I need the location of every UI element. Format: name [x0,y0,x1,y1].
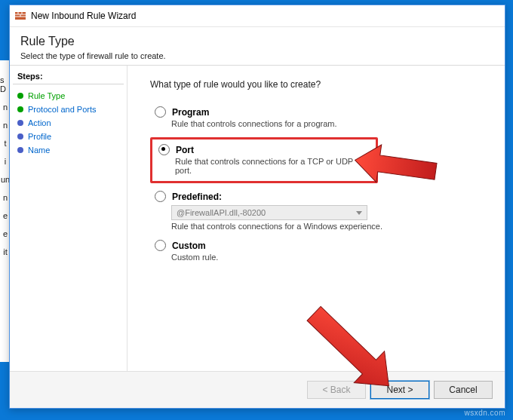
titlebar[interactable]: New Inbound Rule Wizard [10,5,505,27]
step-bullet-icon [17,93,23,99]
step-rule-type[interactable]: Rule Type [13,89,124,103]
steps-heading: Steps: [13,72,124,84]
steps-pane: Steps: Rule Type Protocol and Ports Acti… [10,66,127,371]
radio-program[interactable] [155,106,166,118]
next-button[interactable]: Next > [370,381,429,399]
option-program-desc: Rule that controls connections for a pro… [171,119,482,128]
content-pane: What type of rule would you like to crea… [127,66,505,371]
page-title: Rule Type [20,35,494,48]
option-custom-label: Custom [172,241,206,251]
step-label: Name [28,146,50,155]
wizard-window: New Inbound Rule Wizard Rule Type Select… [9,5,505,409]
option-custom: Custom Custom rule. [155,240,482,262]
option-port-label: Port [176,145,194,155]
step-name[interactable]: Name [13,143,124,157]
page-subtitle: Select the type of firewall rule to crea… [20,51,494,60]
window-title: New Inbound Rule Wizard [31,11,136,21]
step-label: Action [28,118,51,127]
desktop-background: s D n n t i un n e e it New Inbound Rule… [0,0,513,420]
spacer [150,271,482,363]
step-bullet-icon [17,133,23,139]
option-program-row[interactable]: Program [155,106,482,118]
firewall-icon [14,10,26,22]
option-program: Program Rule that controls connections f… [155,106,482,128]
step-bullet-icon [17,147,23,153]
step-label: Profile [28,132,51,141]
predefined-dropdown-value: @FirewallAPI.dll,-80200 [177,208,266,217]
radio-port[interactable] [158,144,170,155]
option-port: Port Rule that controls connections for … [158,144,370,175]
rule-type-prompt: What type of rule would you like to crea… [150,79,482,90]
option-predefined-label: Predefined: [172,192,222,202]
button-bar: < Back Next > Cancel [10,371,505,408]
step-protocol-ports[interactable]: Protocol and Ports [13,103,124,116]
option-program-label: Program [172,107,209,118]
back-button: < Back [307,381,366,399]
option-port-row[interactable]: Port [158,144,370,155]
radio-predefined[interactable] [155,191,166,202]
step-label: Rule Type [28,91,65,100]
step-action[interactable]: Action [13,116,124,130]
wizard-body: Steps: Rule Type Protocol and Ports Acti… [10,66,505,371]
step-bullet-icon [17,106,23,112]
option-predefined-desc: Rule that controls connections for a Win… [171,222,482,231]
cancel-button[interactable]: Cancel [434,381,493,399]
page-header: Rule Type Select the type of firewall ru… [10,27,505,66]
option-port-desc: Rule that controls connections for a TCP… [175,157,370,175]
predefined-dropdown: @FirewallAPI.dll,-80200 [171,205,367,220]
option-custom-row[interactable]: Custom [155,240,482,251]
step-bullet-icon [17,120,23,126]
step-label: Protocol and Ports [28,105,97,114]
watermark: wsxdn.com [464,409,505,417]
annotation-highlight-port: Port Rule that controls connections for … [150,137,378,183]
option-predefined: Predefined: @FirewallAPI.dll,-80200 Rule… [155,191,482,231]
option-custom-desc: Custom rule. [171,253,482,262]
radio-custom[interactable] [155,240,166,251]
step-profile[interactable]: Profile [13,130,124,143]
option-predefined-row[interactable]: Predefined: [155,191,482,202]
